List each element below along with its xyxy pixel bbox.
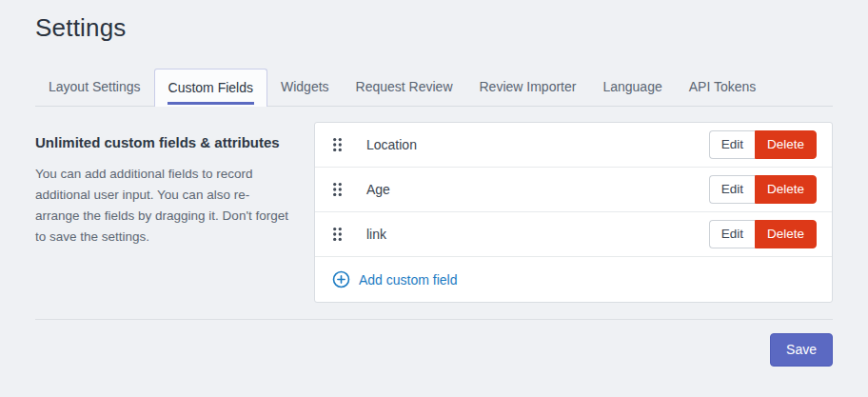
custom-field-name: Location bbox=[366, 137, 417, 152]
row-actions: Edit Delete bbox=[709, 130, 817, 160]
delete-button[interactable]: Delete bbox=[755, 130, 817, 160]
drag-handle-icon[interactable] bbox=[332, 227, 343, 242]
custom-fields-list: Location Edit Delete Age Edit Delete lin bbox=[315, 123, 832, 257]
delete-button[interactable]: Delete bbox=[755, 220, 817, 249]
delete-button[interactable]: Delete bbox=[755, 175, 817, 205]
tab-request-review[interactable]: Request Review bbox=[343, 69, 466, 106]
footer-bar: Save bbox=[35, 319, 833, 367]
custom-field-row: link Edit Delete bbox=[315, 212, 832, 257]
edit-button[interactable]: Edit bbox=[709, 175, 755, 205]
custom-fields-panel: Location Edit Delete Age Edit Delete lin bbox=[314, 122, 833, 303]
custom-field-row: Age Edit Delete bbox=[315, 168, 832, 212]
page-title: Settings bbox=[35, 13, 833, 43]
section-description: You can add additional fields to record … bbox=[35, 164, 293, 247]
custom-field-row: Location Edit Delete bbox=[315, 123, 832, 168]
section-heading: Unlimited custom fields & attributes bbox=[35, 134, 293, 150]
drag-handle-icon[interactable] bbox=[332, 182, 343, 197]
edit-button[interactable]: Edit bbox=[709, 220, 755, 249]
tab-review-importer[interactable]: Review Importer bbox=[466, 69, 590, 106]
custom-field-name: Age bbox=[366, 182, 390, 197]
section-intro: Unlimited custom fields & attributes You… bbox=[35, 122, 314, 247]
tab-api-tokens[interactable]: API Tokens bbox=[676, 69, 770, 106]
settings-tabs: Layout SettingsCustom FieldsWidgetsReque… bbox=[35, 69, 833, 107]
tab-layout-settings[interactable]: Layout Settings bbox=[35, 69, 154, 106]
add-custom-field-label: Add custom field bbox=[359, 272, 458, 288]
edit-button[interactable]: Edit bbox=[709, 130, 755, 160]
tab-widgets[interactable]: Widgets bbox=[267, 69, 343, 106]
tab-language[interactable]: Language bbox=[589, 69, 675, 106]
save-button[interactable]: Save bbox=[770, 333, 833, 367]
tab-custom-fields[interactable]: Custom Fields bbox=[154, 69, 267, 107]
custom-field-name: link bbox=[366, 227, 386, 242]
row-actions: Edit Delete bbox=[709, 175, 817, 205]
drag-handle-icon[interactable] bbox=[332, 137, 343, 152]
add-custom-field-button[interactable]: Add custom field bbox=[315, 257, 832, 302]
row-actions: Edit Delete bbox=[709, 220, 817, 249]
settings-page: Settings Layout SettingsCustom FieldsWid… bbox=[0, 0, 868, 303]
custom-fields-section: Unlimited custom fields & attributes You… bbox=[35, 107, 833, 303]
plus-circle-icon bbox=[332, 270, 350, 288]
